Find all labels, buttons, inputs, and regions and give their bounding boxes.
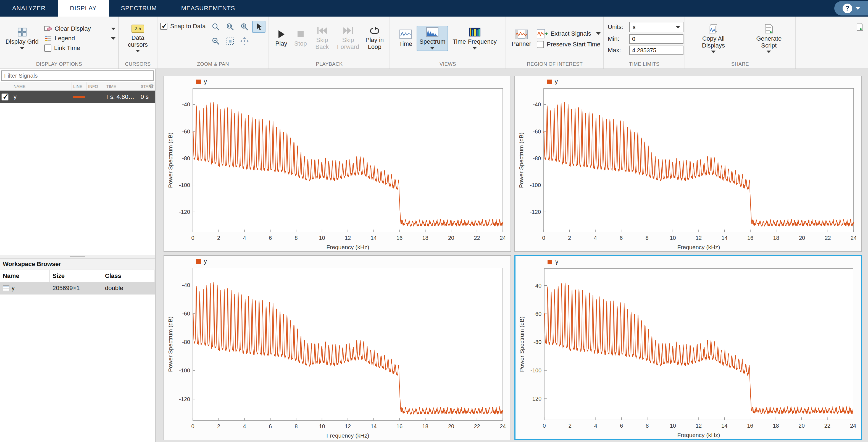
stop-button[interactable]: Stop (291, 28, 310, 49)
ws-size-column-header[interactable]: Size (50, 270, 102, 282)
pointer-tool-button[interactable] (252, 21, 266, 33)
section-title: PLAYBACK (269, 60, 390, 68)
extract-signals-button[interactable]: Extract Signals (537, 29, 600, 38)
data-cursors-button[interactable]: 2.5 Data cursors (122, 23, 154, 54)
fit-to-view-icon (226, 37, 234, 45)
svg-text:0: 0 (542, 235, 545, 241)
table-settings-gear-icon[interactable]: ⚙ (148, 83, 154, 90)
ws-variable-class: double (102, 285, 155, 292)
help-icon: ? (843, 4, 852, 13)
spectrum-display-2[interactable]: 024681012141618202224-40-60-80-100-120yF… (515, 76, 862, 252)
generate-script-icon (765, 24, 773, 34)
svg-text:14: 14 (370, 235, 376, 241)
signal-row-y[interactable]: y Fs: 4.80… 0 s (0, 91, 155, 103)
panner-button[interactable]: Panner (509, 28, 534, 49)
svg-text:2: 2 (217, 235, 220, 241)
generate-script-button[interactable]: Generate Script (746, 22, 792, 55)
svg-text:2: 2 (568, 423, 571, 429)
time-column-header[interactable]: TIME (105, 82, 139, 90)
section-title: ZOOM & PAN (157, 60, 269, 68)
tab-spectrum[interactable]: SPECTRUM (109, 0, 169, 17)
svg-text:14: 14 (721, 423, 727, 429)
spectrum-plot: 024681012141618202224-40-60-80-100-120yF… (516, 256, 861, 439)
link-time-checkbox[interactable]: Link Time (44, 44, 116, 52)
svg-text:12: 12 (695, 423, 702, 429)
svg-text:4: 4 (594, 423, 597, 429)
skip-forward-button[interactable]: Skip Forward (334, 25, 362, 52)
zoom-out-button[interactable] (209, 35, 222, 47)
signal-list-empty-area (0, 103, 155, 255)
spectrum-display-4-selected[interactable]: 024681012141618202224-40-60-80-100-120yF… (515, 255, 862, 440)
tab-measurements[interactable]: MEASUREMENTS (169, 0, 247, 17)
pan-icon (240, 37, 249, 45)
section-display-options: Display Grid Clear Display Legend Link T… (0, 17, 119, 68)
checkbox[interactable] (537, 41, 544, 48)
svg-text:16: 16 (747, 423, 753, 429)
preserve-start-time-checkbox[interactable]: Preserve Start Time (537, 41, 600, 48)
skip-back-button[interactable]: Skip Back (311, 25, 334, 52)
name-column-header[interactable]: NAME (12, 82, 72, 90)
time-view-button[interactable]: Time (396, 28, 415, 49)
zoom-in-button[interactable] (209, 21, 222, 33)
display-grid-button[interactable]: Display Grid (3, 26, 41, 51)
units-select[interactable]: s (629, 22, 683, 32)
svg-text:-80: -80 (533, 155, 541, 161)
zoom-y-button[interactable] (238, 21, 251, 33)
time-frequency-view-button[interactable]: Time-Frequency (450, 26, 499, 51)
svg-text:16: 16 (396, 235, 403, 241)
skip-forward-icon (343, 26, 353, 35)
splitter-grip (70, 256, 85, 257)
tab-display[interactable]: DISPLAY (58, 0, 109, 17)
svg-text:18: 18 (773, 235, 779, 241)
svg-text:-120: -120 (179, 396, 190, 402)
svg-text:18: 18 (422, 235, 428, 241)
min-time-input[interactable] (629, 34, 683, 44)
svg-text:-80: -80 (182, 155, 190, 161)
svg-text:12: 12 (695, 235, 702, 241)
svg-text:-120: -120 (530, 209, 541, 215)
line-column-header[interactable]: LINE (72, 82, 87, 90)
pan-button[interactable] (238, 35, 251, 47)
svg-text:Power Spectrum (dB): Power Spectrum (dB) (167, 317, 174, 372)
section-title: TIME LIMITS (604, 60, 685, 68)
checkbox-column-header (0, 82, 12, 90)
spectrum-view-button[interactable]: Spectrum (416, 26, 448, 51)
copy-all-displays-icon (708, 24, 718, 34)
svg-text:22: 22 (824, 423, 830, 429)
checkbox[interactable] (160, 23, 167, 30)
play-in-loop-button[interactable]: Play in Loop (363, 25, 387, 52)
max-label: Max: (608, 47, 627, 54)
snap-to-data-checkbox[interactable]: Snap to Data (160, 23, 206, 30)
chevron-down-icon (676, 26, 680, 28)
svg-text:24: 24 (850, 235, 857, 241)
fit-to-view-button[interactable] (223, 35, 237, 47)
svg-text:20: 20 (448, 423, 454, 429)
panner-icon (515, 30, 528, 39)
svg-text:-60: -60 (182, 128, 190, 134)
filter-signals-input[interactable] (1, 70, 154, 81)
panel-splitter[interactable] (0, 255, 155, 259)
play-button[interactable]: Play (272, 28, 290, 49)
tab-analyzer[interactable]: ANALYZER (0, 0, 58, 17)
zoom-x-button[interactable] (223, 21, 237, 33)
min-label: Min: (608, 35, 627, 42)
signal-checkbox[interactable] (1, 93, 8, 100)
help-button[interactable]: ? (834, 1, 868, 15)
svg-text:-100: -100 (179, 368, 190, 374)
legend-button[interactable]: Legend (44, 35, 116, 42)
spectrum-display-1[interactable]: 024681012141618202224-40-60-80-100-120yF… (163, 76, 511, 252)
checkbox[interactable] (44, 44, 51, 52)
copy-all-displays-button[interactable]: Copy All Displays (688, 22, 739, 55)
clear-display-button[interactable]: Clear Display (44, 25, 116, 32)
ws-class-column-header[interactable]: Class (102, 270, 155, 282)
svg-text:22: 22 (474, 423, 480, 429)
info-column-header[interactable]: INFO (87, 82, 105, 90)
toolstrip-overflow-icon[interactable] (857, 23, 864, 31)
ws-variable-size: 205699×1 (50, 285, 102, 292)
spectrum-plot: 024681012141618202224-40-60-80-100-120yF… (164, 76, 510, 251)
spectrum-display-3[interactable]: 024681012141618202224-40-60-80-100-120yF… (163, 255, 511, 440)
max-time-input[interactable] (629, 45, 683, 55)
workspace-row-y[interactable]: y 205699×1 double (0, 282, 155, 294)
ws-name-column-header[interactable]: Name (0, 270, 50, 282)
chevron-down-icon (596, 32, 600, 35)
